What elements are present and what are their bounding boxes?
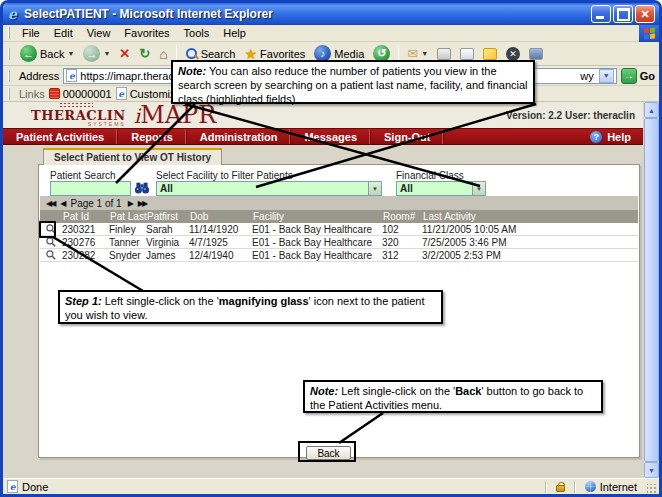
magnifier-highlight-box (39, 221, 56, 238)
scroll-up-icon[interactable]: ▲ (644, 102, 659, 118)
facility-dropdown-icon: ▼ (368, 182, 381, 195)
magnifying-glass-icon[interactable] (45, 249, 57, 261)
forward-icon: → (83, 45, 100, 62)
stop-button[interactable]: ✕ (115, 45, 134, 62)
app-header: THERACLIN SYSTEMS iMAPR Version: 2.2 Use… (3, 102, 643, 128)
nav-administration[interactable]: Administration (187, 129, 292, 144)
imapr-logo: iMAPR (134, 105, 217, 127)
next-page-button[interactable]: ▶ (128, 199, 132, 208)
links-grip (8, 88, 12, 100)
menu-help[interactable]: Help (216, 26, 253, 40)
link-book-icon (49, 88, 60, 99)
nav-messages[interactable]: Messages (291, 129, 371, 144)
lock-icon (556, 485, 565, 492)
print-button[interactable] (433, 47, 455, 61)
page-indicator: Page 1 of 1 (70, 198, 121, 209)
back-dropdown-icon[interactable]: ▼ (67, 50, 74, 57)
print-icon (437, 48, 451, 60)
binoculars-icon[interactable] (134, 181, 150, 196)
table-row: 230321 Finley Sarah 11/14/1920 E01 - Bac… (40, 223, 638, 236)
title-bar: e SelectPATIENT - Microsoft Internet Exp… (3, 3, 659, 25)
scrollbar-thumb[interactable] (644, 118, 659, 462)
menu-favorites[interactable]: Favorites (117, 26, 176, 40)
nav-patient-activities[interactable]: Patient Activities (3, 129, 118, 144)
patient-search-label: Patient Search (50, 170, 116, 181)
address-grip (8, 70, 12, 82)
stop-icon: ✕ (119, 46, 130, 61)
status-page-icon: e (7, 480, 18, 493)
callout-note-back: Note: Left single-click on the 'Back' bu… (303, 380, 603, 413)
logo-dots-icon (59, 102, 93, 109)
messenger-block-icon: ✕ (506, 47, 520, 61)
callout-note-search: Note: You can also reduce the number of … (171, 60, 535, 104)
research-icon (529, 48, 543, 60)
address-dropdown-icon[interactable]: ▼ (599, 69, 614, 83)
last-page-button[interactable]: ▶▶ (138, 199, 146, 208)
status-bar: e Done Internet (3, 478, 659, 494)
toolbar-grip (8, 48, 12, 60)
home-icon: ⌂ (159, 46, 167, 62)
maximize-button[interactable] (613, 5, 633, 23)
nav-reports[interactable]: Reports (118, 129, 187, 144)
mail-dropdown-icon[interactable]: ▼ (421, 50, 428, 57)
forward-dropdown-icon: ▼ (103, 50, 110, 57)
edit-button[interactable] (456, 47, 478, 61)
favicon-icon: e (66, 69, 77, 82)
nav-help[interactable]: ? Help (578, 129, 643, 144)
url-tail-text: wy (580, 70, 593, 82)
link-ie-icon: e (116, 87, 127, 100)
forward-nav-button[interactable]: → ▼ (79, 44, 114, 63)
window-title: SelectPATIENT - Microsoft Internet Explo… (24, 7, 591, 21)
menu-edit[interactable]: Edit (47, 26, 80, 40)
status-text: Done (22, 481, 48, 493)
callout-step1: Step 1: Left single-click on the 'magnif… (58, 290, 443, 324)
address-label: Address (19, 70, 59, 82)
search-icon (185, 47, 198, 60)
ie-icon: e (8, 6, 24, 22)
links-label: Links (19, 88, 45, 100)
research-button[interactable] (525, 47, 547, 61)
link-00000001[interactable]: 00000001 (49, 88, 112, 100)
table-header: Pat Id Pat Last Patfirst Dob Facility Ro… (40, 210, 638, 223)
go-arrow-icon: → (621, 68, 637, 84)
mail-icon: ✉ (407, 46, 418, 61)
zone-indicator: Internet (579, 481, 643, 493)
notes-icon (483, 48, 497, 60)
minimize-button[interactable] (591, 5, 611, 23)
page-scrollbar[interactable]: ▲ ▼ (643, 102, 659, 478)
back-nav-button[interactable]: ← Back ▼ (16, 44, 78, 63)
back-button-highlight-box (298, 441, 356, 462)
search-button[interactable]: Search (181, 46, 240, 61)
patient-search-input[interactable] (50, 181, 131, 196)
financial-class-select[interactable]: All ▼ (396, 181, 486, 196)
pagination-bar: ◀◀ ◀ Page 1 of 1 ▶ ▶▶ (40, 196, 638, 210)
menu-view[interactable]: View (80, 26, 118, 40)
browser-window: e SelectPATIENT - Microsoft Internet Exp… (0, 0, 662, 497)
tab-select-patient[interactable]: Select Patient to View OT History (43, 148, 222, 165)
back-icon: ← (20, 45, 37, 62)
menu-grip (8, 27, 12, 39)
scroll-down-icon[interactable]: ▼ (644, 462, 659, 478)
go-button[interactable]: → Go (621, 68, 655, 84)
version-user-text: Version: 2.2 User: theraclin (506, 110, 635, 127)
resize-grip[interactable] (647, 484, 657, 494)
nav-sign-out[interactable]: Sign-Out (371, 129, 444, 144)
menu-file[interactable]: File (15, 26, 47, 40)
table-row: 230276 Tanner Virginia 4/7/1925 E01 - Ba… (40, 236, 638, 249)
home-button[interactable]: ⌂ (155, 45, 171, 63)
close-button[interactable]: ✕ (635, 5, 655, 23)
prev-page-button[interactable]: ◀ (60, 199, 64, 208)
edit-icon (460, 48, 474, 60)
notes-button[interactable] (479, 47, 501, 61)
table-row: 230282 Snyder James 12/4/1940 E01 - Back… (40, 249, 638, 262)
financial-class-label: Financial Class (396, 170, 464, 181)
facility-select[interactable]: All ▼ (156, 181, 382, 196)
refresh-icon: ↻ (139, 46, 150, 61)
refresh-button[interactable]: ↻ (135, 45, 154, 62)
facility-filter-label: Select Facility to Filter Patients (156, 170, 293, 181)
app-nav-bar: Patient Activities Reports Administratio… (3, 128, 643, 145)
first-page-button[interactable]: ◀◀ (46, 199, 54, 208)
menu-tools[interactable]: Tools (177, 26, 217, 40)
windows-flag-icon (639, 25, 659, 42)
menu-bar: File Edit View Favorites Tools Help (3, 25, 659, 42)
